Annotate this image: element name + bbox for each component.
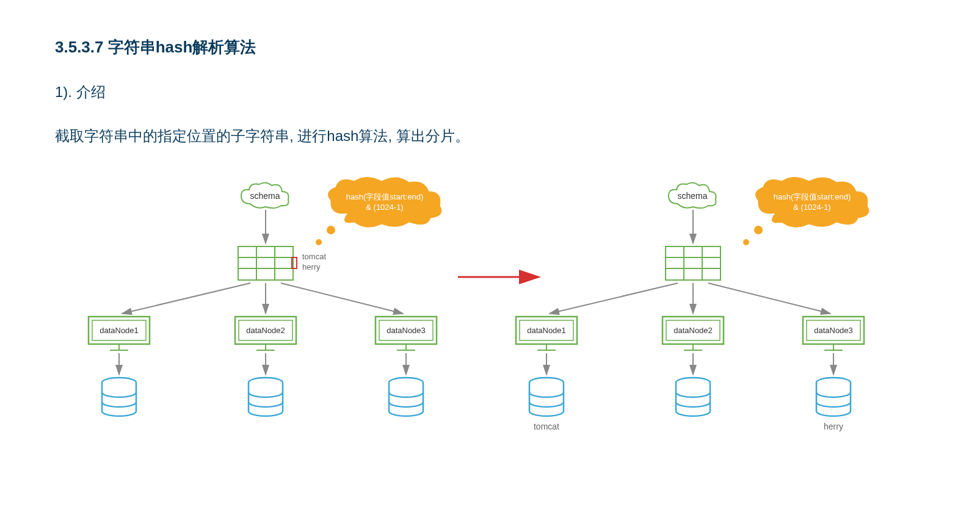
datanode3-right: dataNode3 [803, 317, 864, 350]
schema-cloud-left: schema [241, 182, 289, 208]
table-right [666, 246, 720, 280]
diagram-svg: schema hash(字段值start:end) & (1024-1) tom… [55, 170, 922, 457]
datanode1-left: dataNode1 [89, 317, 150, 350]
thinking-cloud-right: hash(字段值start:end) & (1024-1) [756, 178, 869, 228]
arrow-dn1-left [122, 283, 250, 314]
db2-right [676, 378, 710, 416]
db-label-tomcat: tomcat [534, 422, 559, 431]
thought-dot2-right [743, 239, 749, 245]
svg-text:dataNode2: dataNode2 [673, 326, 713, 335]
datanode3-left: dataNode3 [376, 317, 437, 350]
diagram: schema hash(字段值start:end) & (1024-1) tom… [55, 170, 922, 457]
svg-text:dataNode1: dataNode1 [100, 326, 139, 335]
db3-right [816, 378, 851, 416]
db3-left [389, 378, 423, 416]
svg-line-34 [708, 283, 830, 314]
svg-text:dataNode3: dataNode3 [814, 326, 853, 335]
db1-left [102, 378, 136, 416]
datanode2-left: dataNode2 [235, 317, 296, 350]
thought-dot1-left [327, 226, 335, 234]
schema-label-left: schema [250, 191, 280, 201]
table-label1-left: tomcat [302, 252, 326, 261]
db-label-herry: herry [824, 422, 843, 431]
left-group: schema hash(字段值start:end) & (1024-1) tom… [89, 178, 441, 417]
db1-right [529, 378, 564, 416]
thought-dot1-right [754, 226, 763, 234]
cloud-line2-left: & (1024-1) [366, 203, 403, 212]
description-text: 截取字符串中的指定位置的子字符串, 进行hash算法, 算出分片。 [55, 126, 925, 146]
thought-dot2-left [316, 239, 322, 245]
right-group: schema hash(字段值start:end) & (1024-1) [516, 178, 869, 432]
cloud-line1-left: hash(字段值start:end) [346, 192, 423, 201]
svg-rect-0 [238, 246, 293, 280]
svg-text:& (1024-1): & (1024-1) [793, 203, 830, 212]
section-heading: 3.5.3.7 字符串hash解析算法 [55, 37, 925, 58]
svg-text:dataNode2: dataNode2 [246, 326, 285, 335]
table-left [238, 246, 297, 280]
schema-cloud-right: schema [669, 182, 716, 208]
svg-text:hash(字段值start:end): hash(字段值start:end) [774, 192, 851, 201]
db2-left [249, 378, 283, 416]
svg-text:schema: schema [677, 191, 707, 201]
datanode2-right: dataNode2 [662, 317, 724, 350]
arrow-dn3-left [281, 283, 403, 314]
datanode1-right: dataNode1 [516, 317, 577, 350]
thinking-cloud-left: hash(字段值start:end) & (1024-1) [328, 178, 441, 228]
svg-text:dataNode3: dataNode3 [387, 326, 426, 335]
svg-text:dataNode1: dataNode1 [527, 326, 566, 335]
svg-line-32 [550, 283, 678, 314]
svg-rect-27 [666, 246, 720, 280]
sub-heading: 1). 介绍 [55, 82, 925, 102]
table-label2-left: herry [302, 262, 321, 271]
